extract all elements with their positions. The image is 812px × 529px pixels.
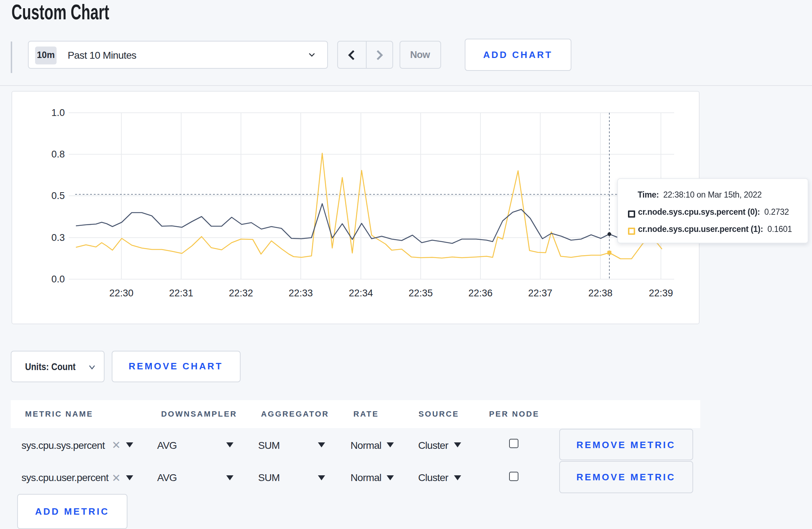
svg-text:22:30: 22:30 [109,288,134,299]
svg-text:0.5: 0.5 [51,190,65,201]
svg-text:22:33: 22:33 [289,288,313,299]
svg-text:0.3: 0.3 [51,232,65,243]
svg-text:22:35: 22:35 [409,288,433,299]
svg-text:22:36: 22:36 [468,288,493,299]
svg-text:22:39: 22:39 [649,288,673,299]
svg-text:1.0: 1.0 [51,107,65,118]
svg-text:22:38: 22:38 [588,288,613,299]
svg-text:22:37: 22:37 [528,288,552,299]
svg-text:22:34: 22:34 [349,288,373,299]
svg-text:22:31: 22:31 [169,288,193,299]
svg-text:0.0: 0.0 [51,274,65,285]
svg-text:0.8: 0.8 [51,149,65,160]
svg-text:22:32: 22:32 [229,288,253,299]
